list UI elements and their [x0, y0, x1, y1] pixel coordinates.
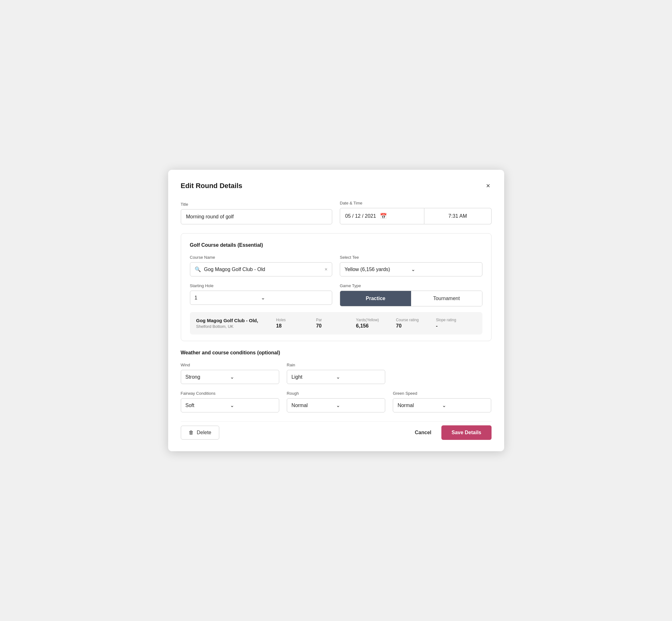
- date-time-field-group: Date & Time 05 / 12 / 2021 📅 7:31 AM: [340, 201, 492, 224]
- holes-label: Holes: [276, 318, 286, 322]
- slope-rating-value: -: [436, 323, 437, 329]
- title-input[interactable]: [181, 209, 333, 224]
- footer-right: Cancel Save Details: [415, 425, 492, 440]
- par-label: Par: [316, 318, 322, 322]
- modal-title: Edit Round Details: [181, 182, 243, 190]
- top-row: Title Date & Time 05 / 12 / 2021 📅 7:31 …: [181, 201, 492, 224]
- fairway-rough-green-row: Fairway Conditions Soft ⌄ Rough Normal ⌄…: [181, 391, 492, 412]
- course-info-name-text: Gog Magog Golf Club - Old,: [196, 318, 276, 323]
- tournament-toggle-button[interactable]: Tournament: [411, 291, 482, 306]
- chevron-down-icon: ⌄: [336, 374, 380, 380]
- rain-value: Light: [292, 374, 336, 380]
- title-label: Title: [181, 202, 333, 207]
- course-stat-slope: Slope rating -: [436, 318, 476, 329]
- wind-value: Strong: [185, 374, 230, 380]
- rough-label: Rough: [287, 391, 385, 396]
- course-stat-par: Par 70: [316, 318, 356, 329]
- course-name-group: Course Name 🔍 ×: [190, 255, 333, 277]
- select-tee-label: Select Tee: [340, 255, 482, 260]
- modal-header: Edit Round Details ×: [181, 181, 492, 191]
- golf-course-section-title: Golf Course details (Essential): [190, 242, 482, 248]
- date-time-row: 05 / 12 / 2021 📅 7:31 AM: [340, 208, 492, 224]
- course-name-input[interactable]: [204, 266, 322, 272]
- starting-hole-label: Starting Hole: [190, 283, 333, 288]
- course-name-search[interactable]: 🔍 ×: [190, 262, 333, 277]
- course-stat-yards: Yards(Yellow) 6,156: [356, 318, 396, 329]
- course-stat-rating: Course rating 70: [396, 318, 436, 329]
- course-name-label: Course Name: [190, 255, 333, 260]
- course-stat-holes: Holes 18: [276, 318, 316, 329]
- par-value: 70: [316, 323, 322, 329]
- practice-toggle-button[interactable]: Practice: [340, 291, 411, 306]
- delete-label: Delete: [197, 430, 211, 436]
- time-value: 7:31 AM: [448, 213, 467, 219]
- green-speed-dropdown[interactable]: Normal ⌄: [393, 398, 491, 412]
- trash-icon: 🗑: [189, 430, 194, 436]
- chevron-down-icon: ⌄: [336, 402, 380, 408]
- green-speed-value: Normal: [397, 403, 442, 408]
- rain-group: Rain Light ⌄: [287, 363, 385, 384]
- title-field-group: Title: [181, 202, 333, 224]
- slope-rating-label: Slope rating: [436, 318, 456, 322]
- time-input[interactable]: 7:31 AM: [424, 208, 492, 224]
- search-icon: 🔍: [195, 266, 201, 272]
- cancel-button[interactable]: Cancel: [415, 430, 431, 436]
- course-rating-value: 70: [396, 323, 402, 329]
- chevron-down-icon: ⌄: [261, 295, 328, 301]
- wind-label: Wind: [181, 363, 279, 367]
- footer-row: 🗑 Delete Cancel Save Details: [181, 421, 492, 440]
- starting-hole-group: Starting Hole 1 ⌄: [190, 283, 333, 306]
- course-info-row: Gog Magog Golf Club - Old, Shelford Bott…: [190, 312, 482, 334]
- wind-group: Wind Strong ⌄: [181, 363, 279, 384]
- game-type-toggle: Practice Tournament: [340, 291, 482, 306]
- close-button[interactable]: ×: [485, 181, 492, 191]
- chevron-down-icon: ⌄: [442, 402, 487, 408]
- green-speed-group: Green Speed Normal ⌄: [393, 391, 491, 412]
- date-time-label: Date & Time: [340, 201, 492, 205]
- yards-value: 6,156: [356, 323, 369, 329]
- chevron-down-icon: ⌄: [230, 374, 275, 380]
- fairway-group: Fairway Conditions Soft ⌄: [181, 391, 279, 412]
- date-value: 05 / 12 / 2021: [345, 213, 376, 219]
- holes-value: 18: [276, 323, 282, 329]
- chevron-down-icon: ⌄: [230, 402, 275, 408]
- fairway-value: Soft: [185, 403, 230, 408]
- save-button[interactable]: Save Details: [442, 425, 491, 440]
- starting-hole-dropdown[interactable]: 1 ⌄: [190, 291, 333, 305]
- rain-dropdown[interactable]: Light ⌄: [287, 370, 385, 384]
- rough-value: Normal: [292, 403, 336, 408]
- delete-button[interactable]: 🗑 Delete: [181, 426, 219, 440]
- select-tee-group: Select Tee Yellow (6,156 yards) ⌄: [340, 255, 482, 277]
- rain-label: Rain: [287, 363, 385, 367]
- select-tee-dropdown[interactable]: Yellow (6,156 yards) ⌄: [340, 262, 482, 277]
- starting-hole-value: 1: [195, 295, 261, 301]
- hole-gametype-row: Starting Hole 1 ⌄ Game Type Practice Tou…: [190, 283, 482, 306]
- course-info-location: Shelford Bottom, UK: [196, 324, 276, 329]
- course-rating-label: Course rating: [396, 318, 419, 322]
- clear-icon[interactable]: ×: [325, 266, 328, 272]
- golf-course-section: Golf Course details (Essential) Course N…: [181, 233, 492, 341]
- wind-rain-row: Wind Strong ⌄ Rain Light ⌄: [181, 363, 492, 384]
- course-tee-row: Course Name 🔍 × Select Tee Yellow (6,156…: [190, 255, 482, 277]
- course-info-name: Gog Magog Golf Club - Old, Shelford Bott…: [196, 318, 276, 329]
- game-type-group: Game Type Practice Tournament: [340, 283, 482, 306]
- weather-section-title: Weather and course conditions (optional): [181, 350, 492, 356]
- fairway-label: Fairway Conditions: [181, 391, 279, 396]
- date-input[interactable]: 05 / 12 / 2021 📅: [340, 208, 424, 224]
- edit-round-modal: Edit Round Details × Title Date & Time 0…: [168, 170, 504, 451]
- select-tee-value: Yellow (6,156 yards): [344, 266, 411, 272]
- calendar-icon: 📅: [380, 213, 387, 220]
- yards-label: Yards(Yellow): [356, 318, 379, 322]
- chevron-down-icon: ⌄: [411, 266, 478, 272]
- fairway-dropdown[interactable]: Soft ⌄: [181, 398, 279, 412]
- game-type-label: Game Type: [340, 283, 482, 288]
- weather-section: Weather and course conditions (optional)…: [181, 350, 492, 412]
- wind-dropdown[interactable]: Strong ⌄: [181, 370, 279, 384]
- rough-dropdown[interactable]: Normal ⌄: [287, 398, 385, 412]
- green-speed-label: Green Speed: [393, 391, 491, 396]
- rough-group: Rough Normal ⌄: [287, 391, 385, 412]
